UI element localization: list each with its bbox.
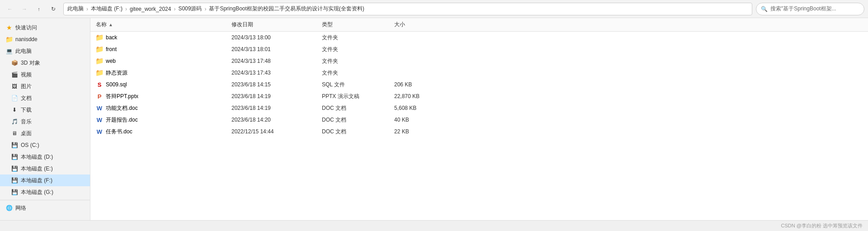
- sql-icon: S: [96, 81, 103, 88]
- pptx-icon: P: [96, 93, 103, 100]
- pc-icon: 💻: [5, 47, 13, 55]
- table-row[interactable]: S S009.sql 2023/6/18 14:15 SQL 文件 206 KB: [90, 79, 868, 90]
- file-name: 开题报告.doc: [106, 116, 138, 124]
- file-name: 功能文档.doc: [106, 104, 138, 112]
- sidebar-label-desktop: 桌面: [21, 130, 32, 137]
- file-size: 206 KB: [394, 81, 439, 88]
- file-name-cell: 📁 静态资源: [96, 69, 231, 77]
- sidebar-item-music[interactable]: 🎵 音乐: [0, 116, 90, 127]
- file-date: 2024/3/13 18:00: [231, 34, 322, 41]
- file-name-cell: P 答辩PPT.pptx: [96, 93, 231, 100]
- sidebar-item-downloads[interactable]: ⬇ 下载: [0, 104, 90, 116]
- sidebar-item-nanisdde[interactable]: 📁 nanisdde: [0, 33, 90, 45]
- sidebar-item-video[interactable]: 🎬 视频: [0, 69, 90, 80]
- folder-icon: 📁: [96, 57, 103, 65]
- breadcrumb-sep-3: ›: [174, 6, 175, 12]
- file-kind: 文件夹: [322, 57, 394, 65]
- file-name-cell: W 任务书.doc: [96, 128, 231, 136]
- table-row[interactable]: 📁 back 2024/3/13 18:00 文件夹: [90, 32, 868, 43]
- file-date: 2023/6/18 14:19: [231, 93, 322, 99]
- header-name[interactable]: 名称 ▲: [96, 21, 231, 28]
- status-bar: CSDN @李白的粉 选中筹预览该文件: [0, 220, 868, 231]
- sidebar-label-drive-g: 本地磁盘 (G:): [21, 189, 53, 196]
- file-kind: DOC 文档: [322, 128, 394, 136]
- header-name-label: 名称: [96, 21, 107, 28]
- file-name: front: [106, 46, 117, 52]
- nav-bar: ← → ↑ ↻ 此电脑 › 本地磁盘 (F:) › gitee_work_202…: [0, 0, 868, 18]
- sidebar-item-this-pc[interactable]: 💻 此电脑: [0, 45, 90, 57]
- sidebar-item-drive-c[interactable]: 💾 OS (C:): [0, 139, 90, 151]
- file-name-cell: S S009.sql: [96, 81, 231, 88]
- file-name: 静态资源: [106, 69, 127, 77]
- drive-g-icon: 💾: [11, 189, 18, 196]
- file-date: 2024/3/13 18:01: [231, 46, 322, 52]
- sidebar-item-drive-e[interactable]: 💾 本地磁盘 (E:): [0, 163, 90, 174]
- sidebar-item-pictures[interactable]: 🖼 图片: [0, 80, 90, 92]
- file-size: 22,870 KB: [394, 93, 439, 99]
- back-button[interactable]: ←: [4, 3, 16, 15]
- network-icon: 🌐: [5, 204, 13, 212]
- sidebar-item-quick-access[interactable]: ★ 快速访问: [0, 22, 90, 33]
- drive-d-icon: 💾: [11, 153, 18, 160]
- forward-button[interactable]: →: [18, 3, 31, 15]
- downloads-icon: ⬇: [11, 106, 18, 113]
- drive-f-icon: 💾: [11, 177, 18, 184]
- refresh-button[interactable]: ↻: [47, 3, 60, 15]
- header-size[interactable]: 大小: [394, 21, 439, 28]
- sidebar-item-drive-f[interactable]: 💾 本地磁盘 (F:): [0, 174, 90, 186]
- sidebar-item-3d[interactable]: 📦 3D 对象: [0, 57, 90, 69]
- file-list: 名称 ▲ 修改日期 类型 大小 📁 back 2024/3/13 18:00 文…: [90, 18, 868, 220]
- sidebar-label-drive-c: OS (C:): [21, 142, 39, 148]
- header-type[interactable]: 类型: [322, 21, 394, 28]
- breadcrumb-pc[interactable]: 此电脑: [67, 5, 84, 13]
- file-kind: DOC 文档: [322, 116, 394, 124]
- sidebar-label-quick-access: 快速访问: [15, 24, 37, 32]
- sidebar-item-desktop[interactable]: 🖥 桌面: [0, 127, 90, 139]
- search-bar[interactable]: 🔍 搜索"基于SpringBoot框架...: [756, 3, 864, 15]
- file-name-cell: 📁 front: [96, 46, 231, 53]
- star-icon: ★: [5, 24, 13, 31]
- music-icon: 🎵: [11, 118, 18, 125]
- breadcrumb-gitee[interactable]: gitee_work_2024: [130, 6, 171, 12]
- breadcrumb-s009[interactable]: S009源码: [178, 5, 202, 13]
- header-type-label: 类型: [322, 21, 333, 28]
- table-row[interactable]: W 功能文档.doc 2023/6/18 14:19 DOC 文档 5,608 …: [90, 102, 868, 114]
- sidebar-label-downloads: 下载: [21, 106, 32, 114]
- table-row[interactable]: W 任务书.doc 2022/12/15 14:44 DOC 文档 22 KB: [90, 126, 868, 137]
- file-name: back: [106, 34, 117, 41]
- file-name: S009.sql: [106, 81, 127, 88]
- file-date: 2024/3/13 17:48: [231, 58, 322, 64]
- sidebar-item-documents[interactable]: 📄 文档: [0, 92, 90, 104]
- breadcrumb-current[interactable]: 基于SpringBoot框架的校园二手交易系统的设计与实现(全套资料): [209, 5, 364, 13]
- sidebar-item-drive-g[interactable]: 💾 本地磁盘 (G:): [0, 186, 90, 198]
- table-row[interactable]: P 答辩PPT.pptx 2023/6/18 14:19 PPTX 演示文稿 2…: [90, 90, 868, 102]
- table-row[interactable]: 📁 静态资源 2024/3/13 17:43 文件夹: [90, 67, 868, 79]
- search-icon: 🔍: [761, 6, 768, 12]
- file-date: 2023/6/18 14:15: [231, 81, 322, 88]
- sidebar: ★ 快速访问 📁 nanisdde 💻 此电脑 📦 3D 对象 🎬 视频 🖼 图…: [0, 18, 90, 220]
- table-row[interactable]: 📁 web 2024/3/13 17:48 文件夹: [90, 55, 868, 67]
- file-name-cell: W 开题报告.doc: [96, 116, 231, 124]
- file-name-cell: 📁 back: [96, 34, 231, 41]
- desktop-icon: 🖥: [11, 130, 18, 137]
- folder-icon: 📁: [96, 69, 103, 76]
- table-row[interactable]: W 开题报告.doc 2023/6/18 14:20 DOC 文档 40 KB: [90, 114, 868, 126]
- file-date: 2023/6/18 14:19: [231, 105, 322, 111]
- sidebar-item-drive-d[interactable]: 💾 本地磁盘 (D:): [0, 151, 90, 163]
- sidebar-label-3d: 3D 对象: [21, 59, 40, 67]
- file-list-header: 名称 ▲ 修改日期 类型 大小: [90, 18, 868, 32]
- file-date: 2023/6/18 14:20: [231, 117, 322, 123]
- main-content: ★ 快速访问 📁 nanisdde 💻 此电脑 📦 3D 对象 🎬 视频 🖼 图…: [0, 18, 868, 220]
- sidebar-item-network[interactable]: 🌐 网络: [0, 202, 90, 214]
- sidebar-label-drive-e: 本地磁盘 (E:): [21, 165, 53, 173]
- table-row[interactable]: 📁 front 2024/3/13 18:01 文件夹: [90, 43, 868, 55]
- header-date-label: 修改日期: [231, 21, 253, 28]
- breadcrumb-sep-2: ›: [125, 6, 127, 12]
- breadcrumb-drive-f[interactable]: 本地磁盘 (F:): [91, 5, 123, 13]
- file-name: 任务书.doc: [106, 128, 132, 136]
- folder-icon: 📁: [5, 36, 13, 43]
- sidebar-label-network: 网络: [15, 204, 26, 212]
- header-date[interactable]: 修改日期: [231, 21, 322, 28]
- up-button[interactable]: ↑: [33, 3, 45, 15]
- file-name: web: [106, 58, 116, 64]
